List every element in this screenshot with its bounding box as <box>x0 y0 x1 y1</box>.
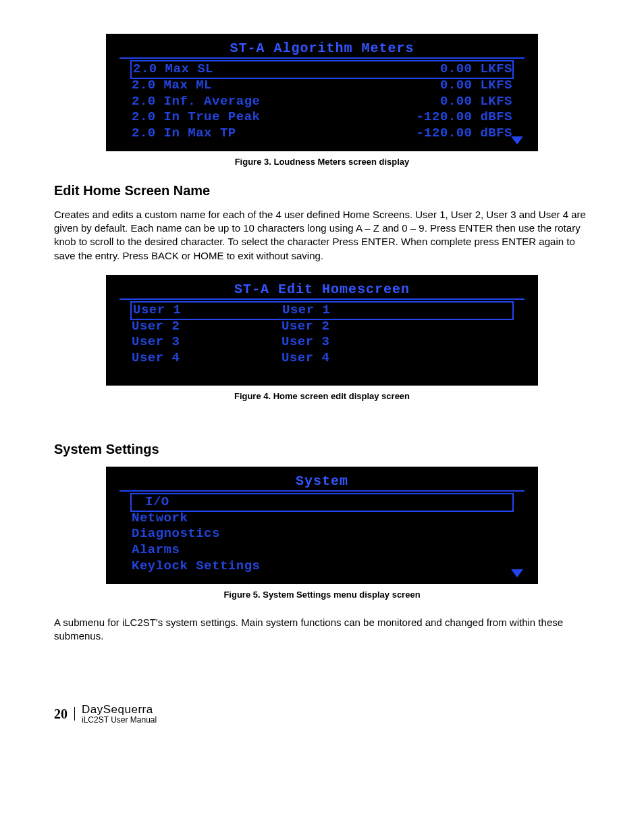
lcd-row-value: 0.00 LKFS <box>212 78 512 94</box>
lcd-title: System <box>119 473 525 492</box>
lcd-row-value: User 3 <box>180 334 512 350</box>
lcd-row-value: 0.00 LKFS <box>260 94 512 110</box>
lcd-row: Keylock Settings <box>119 558 525 575</box>
figure-caption: Figure 4. Home screen edit display scree… <box>54 391 590 401</box>
page-footer: 20 DaySequerra iLC2ST User Manual <box>54 704 590 724</box>
heading-edit-home: Edit Home Screen Name <box>54 183 590 199</box>
paragraph-edit-home: Creates and edits a custom name for each… <box>54 208 590 263</box>
lcd-row-value: 0.00 LKFS <box>213 61 512 78</box>
lcd-row-label: User 3 <box>132 334 180 350</box>
lcd-row: User 4User 4 <box>119 350 525 367</box>
lcd-row-label: Network <box>132 511 188 527</box>
lcd-row: 2.0 Max SL0.00 LKFS <box>130 60 514 79</box>
lcd-row: I/O <box>130 493 514 512</box>
page-number: 20 <box>54 707 75 721</box>
lcd-row-label: 2.0 In Max TP <box>132 126 236 142</box>
lcd-row: Alarms <box>119 542 525 558</box>
footer-manual: iLC2ST User Manual <box>82 716 157 725</box>
lcd-row: 2.0 Inf. Average0.00 LKFS <box>119 94 525 110</box>
lcd-row-label: User 1 <box>132 303 181 319</box>
lcd-system: System I/ONetworkDiagnosticsAlarmsKeyloc… <box>106 467 538 584</box>
lcd-row-label: Alarms <box>132 542 180 558</box>
lcd-row-value: User 1 <box>181 303 512 319</box>
lcd-row-value: User 2 <box>180 319 512 335</box>
lcd-row-label: Keylock Settings <box>132 558 260 575</box>
lcd-meters: ST-A Algorithm Meters 2.0 Max SL0.00 LKF… <box>106 34 538 151</box>
lcd-row: User 2User 2 <box>119 319 525 335</box>
lcd-row-label: User 4 <box>132 350 180 367</box>
lcd-row-label: User 2 <box>132 319 180 335</box>
lcd-row-label: Diagnostics <box>132 526 220 542</box>
scroll-down-icon <box>511 136 523 145</box>
scroll-down-icon <box>511 569 523 577</box>
lcd-row-label: I/O <box>144 494 169 511</box>
lcd-row: 2.0 In True Peak-120.00 dBFS <box>119 109 525 126</box>
figure-caption: Figure 5. System Settings menu display s… <box>54 590 590 600</box>
lcd-row: Diagnostics <box>119 526 525 542</box>
figure-caption: Figure 3. Loudness Meters screen display <box>54 157 590 167</box>
lcd-row-value: User 4 <box>180 350 512 367</box>
lcd-row: 2.0 In Max TP-120.00 dBFS <box>119 126 525 142</box>
lcd-row: 2.0 Max ML0.00 LKFS <box>119 78 525 94</box>
lcd-title: ST-A Algorithm Meters <box>119 41 525 59</box>
lcd-edit-homescreen: ST-A Edit Homescreen User 1User 1User 2U… <box>106 275 538 386</box>
lcd-row-label: 2.0 In True Peak <box>132 109 260 126</box>
lcd-row-label: 2.0 Inf. Average <box>132 94 260 110</box>
lcd-row-value: -120.00 dBFS <box>236 126 512 142</box>
lcd-row: User 3User 3 <box>119 334 525 350</box>
heading-system-settings: System Settings <box>54 442 590 457</box>
lcd-row-value: -120.00 dBFS <box>260 109 512 126</box>
lcd-row: Network <box>119 511 525 527</box>
lcd-row-label: 2.0 Max ML <box>132 78 212 94</box>
paragraph-system-settings: A submenu for iLC2ST's system settings. … <box>54 616 590 644</box>
lcd-row: User 1User 1 <box>130 301 514 320</box>
footer-brand: DaySequerra <box>82 704 157 716</box>
lcd-row-label: 2.0 Max SL <box>132 61 213 78</box>
lcd-title: ST-A Edit Homescreen <box>119 282 525 300</box>
